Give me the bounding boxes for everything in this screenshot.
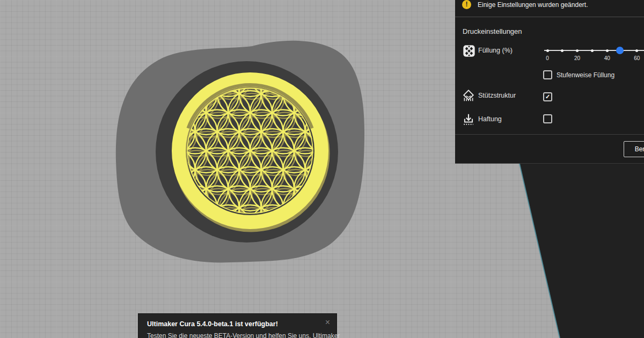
tick-label-20: 20	[572, 55, 583, 61]
close-icon[interactable]: ×	[325, 318, 330, 327]
support-label: Stützstruktur	[478, 92, 516, 99]
support-icon	[462, 89, 475, 102]
adhesion-checkbox[interactable]	[543, 114, 552, 123]
tick-label-60: 60	[631, 55, 643, 61]
panel-footer-divider	[455, 134, 644, 135]
warning-icon: !	[462, 0, 471, 9]
tick-label-40: 40	[601, 55, 613, 61]
adhesion-icon	[462, 113, 475, 126]
infill-icon	[463, 45, 475, 57]
infill-label: Füllung (%)	[478, 47, 513, 54]
infill-slider-handle[interactable]	[616, 47, 624, 54]
gradual-infill-checkbox[interactable]	[543, 70, 552, 79]
checkmark-icon: ✓	[545, 93, 550, 100]
panel-title: Druckeinstellungen	[463, 27, 522, 35]
tick-label-0: 0	[541, 55, 553, 61]
print-settings-panel: ! Einige Einstellungen wurden geändert. …	[455, 0, 644, 164]
notification-body: Testen Sie die neueste BETA-Version und …	[147, 332, 340, 338]
infill-slider-track[interactable]	[544, 50, 644, 51]
update-notification: Ultimaker Cura 5.4.0-beta.1 ist verfügba…	[138, 313, 337, 338]
support-checkbox[interactable]: ✓	[543, 92, 552, 101]
viewport-background	[519, 164, 644, 338]
warning-text: Einige Einstellungen wurden geändert.	[478, 1, 588, 9]
gradual-infill-label: Stufenweise Füllung	[557, 71, 614, 79]
cura-window: ! Einige Einstellungen wurden geändert. …	[0, 0, 644, 338]
notification-title: Ultimaker Cura 5.4.0-beta.1 ist verfügba…	[147, 320, 278, 328]
settings-changed-warning: ! Einige Einstellungen wurden geändert.	[455, 0, 644, 17]
custom-settings-button[interactable]: Benutzerdefiniert	[624, 141, 644, 157]
adhesion-label: Haftung	[478, 115, 502, 123]
